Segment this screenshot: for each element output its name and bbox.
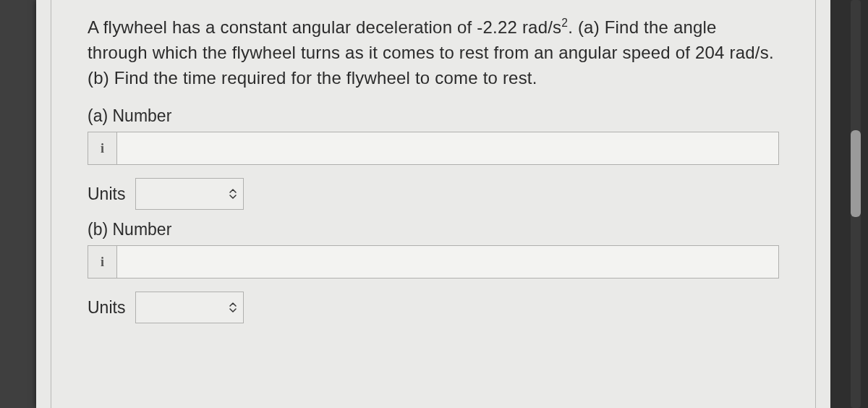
question-text: A flywheel has a constant angular decele… xyxy=(88,15,779,90)
info-icon[interactable]: i xyxy=(88,245,116,279)
viewport: A flywheel has a constant angular decele… xyxy=(0,0,868,408)
part-a-units-select-wrap xyxy=(135,178,244,210)
part-b-units-select-wrap xyxy=(135,292,244,323)
part-a-units-row: Units xyxy=(88,178,779,210)
part-a-units-select[interactable] xyxy=(135,178,244,210)
part-b-input-row: i xyxy=(88,245,779,279)
info-icon[interactable]: i xyxy=(88,132,116,165)
right-gutter xyxy=(830,0,868,408)
scrollbar-thumb[interactable] xyxy=(851,130,861,217)
question-panel: A flywheel has a constant angular decele… xyxy=(51,0,816,408)
part-b-number-label: (b) Number xyxy=(88,220,779,239)
part-a-number-label: (a) Number xyxy=(88,106,779,126)
part-a-input-row: i xyxy=(88,132,779,165)
part-b-units-label: Units xyxy=(88,298,125,318)
page-surface: A flywheel has a constant angular decele… xyxy=(36,0,830,408)
part-b-number-input[interactable] xyxy=(116,245,779,279)
part-b-units-row: Units xyxy=(88,292,779,323)
part-b-units-select[interactable] xyxy=(135,292,244,323)
part-a-number-input[interactable] xyxy=(116,132,779,165)
part-a-units-label: Units xyxy=(88,184,125,204)
